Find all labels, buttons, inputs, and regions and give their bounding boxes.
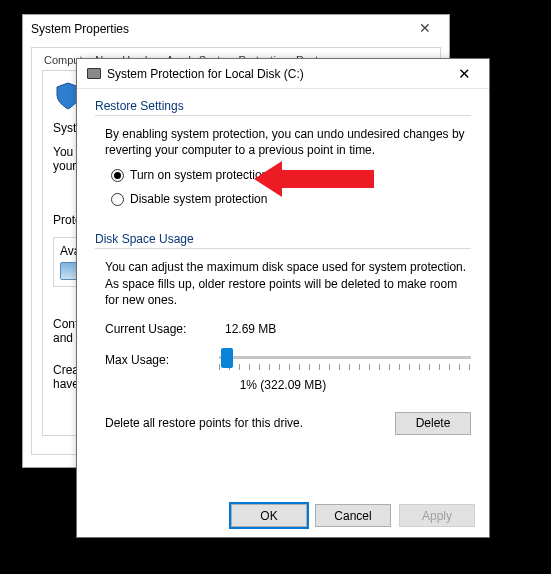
delete-button[interactable]: Delete [395, 412, 471, 435]
dialog-footer: OK Cancel Apply [231, 504, 475, 527]
radio-off-label: Disable system protection [130, 192, 267, 206]
system-protection-dialog: System Protection for Local Disk (C:) ✕ … [76, 58, 490, 538]
max-usage-label: Max Usage: [105, 353, 205, 367]
close-icon: ✕ [419, 20, 431, 36]
apply-button: Apply [399, 504, 475, 527]
radio-on-icon [111, 169, 124, 182]
restore-help-text: By enabling system protection, you can u… [105, 126, 471, 158]
radio-off-icon [111, 193, 124, 206]
slider-thumb[interactable] [221, 348, 233, 368]
delete-help-text: Delete all restore points for this drive… [105, 416, 303, 430]
radio-disable[interactable]: Disable system protection [111, 192, 471, 206]
radio-turn-on[interactable]: Turn on system protection [111, 168, 471, 182]
front-title: System Protection for Local Disk (C:) [107, 67, 304, 81]
current-usage-label: Current Usage: [105, 322, 205, 336]
ok-button[interactable]: OK [231, 504, 307, 527]
drive-icon [87, 68, 101, 79]
back-titlebar: System Properties ✕ [23, 15, 449, 43]
close-button[interactable]: ✕ [445, 63, 483, 85]
radio-on-label: Turn on system protection [130, 168, 268, 182]
disk-help-text: You can adjust the maximum disk space us… [105, 259, 471, 308]
restore-settings-header: Restore Settings [95, 99, 471, 116]
slider-track-line [219, 356, 471, 359]
cancel-button[interactable]: Cancel [315, 504, 391, 527]
slider-value-text: 1% (322.09 MB) [95, 378, 471, 392]
disk-space-header: Disk Space Usage [95, 232, 471, 249]
close-icon: ✕ [458, 65, 471, 83]
slider-ticks [219, 364, 471, 370]
back-title: System Properties [31, 22, 129, 36]
current-usage-value: 12.69 MB [225, 322, 276, 336]
close-button[interactable]: ✕ [407, 18, 443, 38]
front-body: Restore Settings By enabling system prot… [77, 89, 489, 445]
front-titlebar: System Protection for Local Disk (C:) ✕ [77, 59, 489, 89]
max-usage-slider[interactable] [219, 348, 471, 372]
